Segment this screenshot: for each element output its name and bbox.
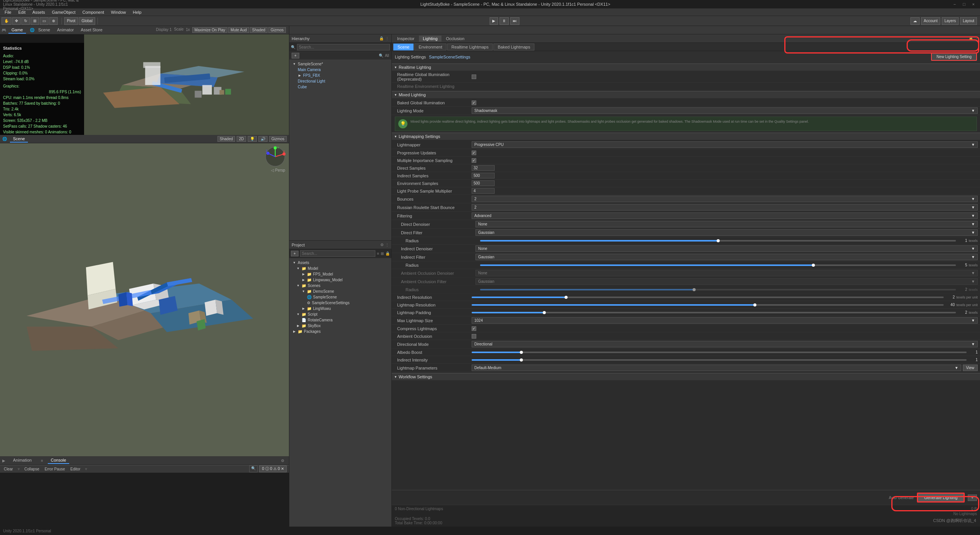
tab-game[interactable]: Game <box>8 27 26 34</box>
tab-animator[interactable]: Animator <box>54 27 77 34</box>
direct-denoiser-select[interactable]: None▼ <box>475 221 978 227</box>
realtime-lightmaps-sub-tab[interactable]: Realtime Lightmaps <box>447 44 493 50</box>
console-settings-icon[interactable]: ⚙ <box>279 458 287 463</box>
tree-item-rotatecamera[interactable]: 📄 RotateCamera <box>289 317 391 323</box>
hierarchy-add-btn[interactable]: + <box>292 53 299 58</box>
scene-audio-btn[interactable]: 🔊 <box>258 136 268 142</box>
cloud-btn[interactable]: ☁ <box>910 17 920 25</box>
tree-item-lingwuwu[interactable]: ▶ 📁 LingWuwu <box>289 306 391 311</box>
compress-checkbox[interactable] <box>472 326 476 331</box>
step-btn[interactable]: ⏭ <box>510 17 519 25</box>
indirect-intensity-slider[interactable] <box>472 359 967 361</box>
multiple-importance-checkbox[interactable] <box>472 158 476 163</box>
rect-tool[interactable]: ▭ <box>40 17 49 25</box>
max-lightmap-select[interactable]: 1024▼ <box>472 317 978 324</box>
new-lighting-btn[interactable]: New Lighting Setting <box>931 53 977 61</box>
occlusion-tab[interactable]: Occlusion <box>442 36 468 42</box>
scale-tool[interactable]: ⊞ <box>31 17 39 25</box>
tab-scene[interactable]: Scene <box>35 27 53 34</box>
tree-item-model[interactable]: ▼ 📁 Model <box>289 266 391 271</box>
progressive-updates-checkbox[interactable] <box>472 151 476 155</box>
albedo-boost-slider[interactable] <box>472 352 967 353</box>
indirect-radius-slider[interactable] <box>480 264 956 266</box>
scene-tab[interactable]: Scene <box>10 136 28 143</box>
global-btn[interactable]: Global <box>79 17 95 25</box>
project-search-input[interactable] <box>300 250 375 257</box>
tree-item-ling-model[interactable]: ▶ 📁 Lingwuwu_Model <box>289 277 391 283</box>
baked-lightmaps-sub-tab[interactable]: Baked Lightmaps <box>493 44 534 50</box>
indirect-filter-select[interactable]: Gaussian▼ <box>475 254 978 260</box>
direct-filter-select[interactable]: Gaussian▼ <box>475 229 978 236</box>
gizmos-btn[interactable]: Gizmos <box>268 27 286 33</box>
editor-btn[interactable]: Editor <box>69 467 82 472</box>
scene-lighting-btn[interactable]: 💡 <box>248 136 257 142</box>
scene-2d-btn[interactable]: 2D <box>237 136 246 142</box>
generate-dropdown-btn[interactable]: ▼ <box>968 494 977 501</box>
clear-btn[interactable]: Clear <box>2 467 15 472</box>
project-view-btn[interactable]: ≡ <box>377 251 379 256</box>
menu-window[interactable]: Window <box>108 9 129 15</box>
baked-gi-checkbox[interactable] <box>472 101 476 105</box>
filter-input-btn[interactable]: 🔍 <box>249 465 258 472</box>
tree-item-fps-model[interactable]: ▶ 📁 FPS_Model <box>289 271 391 277</box>
indirect-resolution-slider[interactable] <box>472 297 944 298</box>
shaded-mode-btn[interactable]: Shaded <box>217 136 235 142</box>
animation-tab[interactable]: Animation <box>10 457 35 464</box>
mute-audio-btn[interactable]: Mute Aud <box>228 27 249 33</box>
tab-asset-store[interactable]: Asset Store <box>78 27 105 34</box>
project-more-icon[interactable]: ⋮ <box>385 243 389 247</box>
workflow-section[interactable]: ▼ Workflow Settings <box>392 373 980 380</box>
tree-item-samplescene-proj[interactable]: 🌐 SampleScene <box>289 294 391 300</box>
filtering-select[interactable]: Advanced▼ <box>472 212 978 219</box>
tree-item-dirlight[interactable]: Directional Light <box>289 78 391 84</box>
hierarchy-lock-icon[interactable]: 🔒 <box>379 36 384 41</box>
generate-lighting-btn[interactable]: Generate Lighting <box>917 493 965 503</box>
layout-btn[interactable]: Layout <box>960 17 977 25</box>
move-tool[interactable]: ✥ <box>12 17 21 25</box>
bounces-select[interactable]: 2▼ <box>472 196 978 202</box>
tree-item-assets[interactable]: ▼ Assets <box>289 260 391 266</box>
lighting-mode-select[interactable]: Shadowmask ▼ <box>472 107 978 114</box>
view-params-btn[interactable]: View <box>963 365 978 371</box>
tree-item-fpsfbx[interactable]: ▶ FPS_FBX <box>289 73 391 78</box>
shaded-btn[interactable]: Shaded <box>250 27 268 33</box>
counter-btns[interactable]: 0 ⓘ 0 ⚠ 0 ✕ <box>259 465 287 472</box>
menu-help[interactable]: Help <box>130 9 144 15</box>
ambient-occlusion-checkbox[interactable] <box>472 334 476 339</box>
project-expand-btn[interactable]: ⊞ <box>381 251 384 256</box>
scene-viewport[interactable]: X Y Z ◁ Persp <box>0 143 289 456</box>
inspector-tab[interactable]: Inspector <box>393 36 418 42</box>
direct-radius-slider[interactable] <box>480 240 956 242</box>
inspector-lock-icon[interactable]: 🔒 <box>969 36 973 41</box>
pivot-btn[interactable]: Pivot <box>64 17 78 25</box>
display-select[interactable]: Display 1 <box>154 27 173 33</box>
account-btn[interactable]: Account <box>921 17 940 25</box>
environment-sub-tab[interactable]: Environment <box>414 44 446 50</box>
env-samples-input[interactable] <box>472 180 495 186</box>
mixed-lighting-section[interactable]: ▼ Mixed Lighting <box>392 91 980 98</box>
console-tab[interactable]: Console <box>48 457 69 464</box>
tree-item-skybox[interactable]: ▶ 📁 SkyBox <box>289 323 391 329</box>
tree-item-packages[interactable]: ▶ 📁 Packages <box>289 329 391 334</box>
play-btn[interactable]: ▶ <box>490 17 498 25</box>
close-btn[interactable]: × <box>970 2 977 6</box>
hand-tool[interactable]: ✋ <box>2 17 11 25</box>
tree-item-samplescene[interactable]: ▼ SampleScene* <box>289 61 391 67</box>
realtime-gi-checkbox[interactable] <box>472 75 476 79</box>
tree-item-cube[interactable]: Cube <box>289 84 391 90</box>
indirect-samples-input[interactable] <box>472 173 495 178</box>
realtime-lighting-section[interactable]: ▼ Realtime Lighting <box>392 63 980 71</box>
minimize-btn[interactable]: − <box>951 2 958 6</box>
project-settings-icon[interactable]: ⚙ <box>380 243 384 247</box>
tree-item-samplescenesettings[interactable]: ⚙ SampleSceneSettings <box>289 300 391 306</box>
maximize-btn[interactable]: □ <box>961 2 968 6</box>
lightmapper-select[interactable]: Progressive CPU ▼ <box>472 141 978 148</box>
layers-btn[interactable]: Layers <box>942 17 959 25</box>
inspector-more-icon[interactable]: ⋮ <box>975 36 978 41</box>
combo-tool[interactable]: ⊕ <box>49 17 58 25</box>
direct-samples-input[interactable] <box>472 165 495 171</box>
lightmapping-section[interactable]: ▼ Lightmapping Settings <box>392 133 980 140</box>
collapse-btn[interactable]: Collapse <box>23 467 41 472</box>
directional-mode-select[interactable]: Directional▼ <box>472 341 978 347</box>
menu-component[interactable]: Component <box>79 9 107 15</box>
